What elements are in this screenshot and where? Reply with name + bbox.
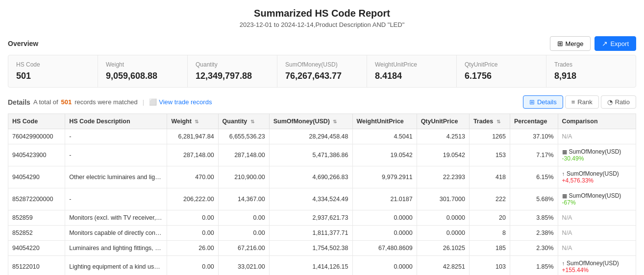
cell-description: -	[65, 144, 167, 166]
tab-buttons: ⊞ Details≡ Rank◔ Ratio	[523, 95, 636, 109]
comparison-label: ▦ SumOfMoney(USD)	[562, 192, 632, 199]
comparison-icon: ↑	[562, 171, 565, 177]
summary-card-0: HS Code501	[8, 55, 98, 87]
cell-qty-unit: 42.8251	[417, 256, 469, 275]
card-label-6: Trades	[554, 61, 628, 68]
view-trade-records-link[interactable]: ⬜ View trade records	[149, 98, 212, 106]
cell-trades: 20	[469, 210, 510, 226]
cell-comparison: ▦ SumOfMoney(USD) -30.49%	[558, 144, 636, 166]
col-quantity[interactable]: Quantity ⇅	[218, 114, 269, 129]
view-link-text: View trade records	[159, 98, 212, 106]
cell-qty-unit: 0.0000	[417, 226, 469, 241]
summary-card-6: Trades8,918	[546, 55, 636, 87]
tab-icon-2: ◔	[607, 98, 613, 106]
cell-weight: 206,222.00	[167, 188, 218, 210]
cell-weight-unit: 0.0000	[352, 210, 417, 226]
quantity-sort-icon: ⇅	[250, 119, 254, 124]
weight-sort-icon: ⇅	[195, 119, 198, 124]
table-header: HS Code HS Code Description Weight ⇅ Qua…	[8, 114, 636, 129]
cell-description: Monitors capable of directly connecti...	[65, 226, 167, 241]
tab-icon-0: ⊞	[529, 98, 535, 106]
table-row: 852859 Monitors (excl. with TV receiver,…	[8, 210, 636, 226]
cell-percentage: 37.10%	[510, 129, 558, 144]
cell-sum-money: 1,754,502.38	[269, 241, 352, 256]
card-label-5: QtyUnitPrice	[465, 61, 538, 68]
cell-sum-money: 2,937,621.73	[269, 210, 352, 226]
cell-comparison: N/A	[558, 241, 636, 256]
comparison-cell: ↑ SumOfMoney(USD) +4,576.33%	[562, 170, 632, 184]
details-bar: Details A total of 501 records were matc…	[8, 95, 636, 109]
summary-card-2: Quantity12,349,797.88	[188, 55, 277, 87]
cell-comparison: ↑ SumOfMoney(USD) +155.44%	[558, 256, 636, 275]
cell-percentage: 2.38%	[510, 226, 558, 241]
sum-sort-icon: ⇅	[333, 119, 337, 124]
export-button[interactable]: ↗ Export	[594, 36, 636, 51]
comparison-icon: ↑	[562, 260, 565, 266]
cell-weight: 470.00	[167, 166, 218, 188]
comparison-value: +4,576.33%	[562, 177, 632, 184]
cell-weight: 0.00	[167, 256, 218, 275]
card-label-0: HS Code	[16, 61, 90, 68]
cell-hs-code: 852852	[8, 226, 65, 241]
cell-quantity: 287,148.00	[218, 144, 269, 166]
cell-percentage: 7.17%	[510, 144, 558, 166]
comparison-value: -30.49%	[562, 155, 632, 162]
col-sum-money[interactable]: SumOfMoney(USD) ⇅	[269, 114, 352, 129]
cell-trades: 185	[469, 241, 510, 256]
cell-trades: 103	[469, 256, 510, 275]
table-row: 760429900000 - 6,281,947.84 6,655,536.23…	[8, 129, 636, 144]
page: Summarized HS Code Report 2023-12-01 to …	[0, 0, 644, 275]
comparison-value: +155.44%	[562, 267, 632, 274]
cell-percentage: 2.30%	[510, 241, 558, 256]
cell-comparison: ↑ SumOfMoney(USD) +4,576.33%	[558, 166, 636, 188]
cell-description: Other electric luminaires and lighting .…	[65, 166, 167, 188]
cell-qty-unit: 0.0000	[417, 210, 469, 226]
summary-cards: HS Code501Weight9,059,608.88Quantity12,3…	[8, 55, 636, 88]
cell-weight: 287,148.00	[167, 144, 218, 166]
cell-hs-code: 760429900000	[8, 129, 65, 144]
cell-percentage: 5.68%	[510, 188, 558, 210]
summary-card-3: SumOfMoney(USD)76,267,643.77	[277, 55, 367, 87]
cell-comparison: ▦ SumOfMoney(USD) -67%	[558, 188, 636, 210]
cell-weight: 0.00	[167, 226, 218, 241]
col-comparison: Comparison	[558, 114, 636, 129]
card-label-2: Quantity	[196, 61, 269, 68]
cell-description: -	[65, 129, 167, 144]
cell-weight-unit: 0.0000	[352, 256, 417, 275]
cell-sum-money: 5,471,386.86	[269, 144, 352, 166]
trades-sort-icon: ⇅	[496, 119, 500, 124]
comparison-na: N/A	[562, 214, 572, 221]
comparison-label: ▦ SumOfMoney(USD)	[562, 148, 632, 155]
cell-hs-code: 852859	[8, 210, 65, 226]
cell-percentage: 6.15%	[510, 166, 558, 188]
cell-sum-money: 4,334,524.49	[269, 188, 352, 210]
col-weight[interactable]: Weight ⇅	[167, 114, 218, 129]
cell-comparison: N/A	[558, 210, 636, 226]
details-label: Details	[8, 98, 30, 106]
export-label: Export	[610, 40, 629, 47]
cell-hs-code: 85122010	[8, 256, 65, 275]
cell-weight-unit: 4.5041	[352, 129, 417, 144]
cell-comparison: N/A	[558, 129, 636, 144]
card-value-1: 9,059,608.88	[106, 71, 179, 81]
cell-description: Monitors (excl. with TV receiver, CRT ..…	[65, 210, 167, 226]
cell-quantity: 210,900.00	[218, 166, 269, 188]
tab-details[interactable]: ⊞ Details	[523, 95, 563, 109]
comparison-icon: ▦	[562, 149, 567, 155]
summary-card-4: WeightUnitPrice8.4184	[367, 55, 457, 87]
cell-quantity: 0.00	[218, 210, 269, 226]
tab-label-1: Rank	[577, 98, 592, 106]
table-row: 94054290 Other electric luminaires and l…	[8, 166, 636, 188]
tab-rank[interactable]: ≡ Rank	[565, 95, 599, 109]
overview-label: Overview	[8, 40, 38, 47]
merge-button[interactable]: ⊞ Merge	[550, 36, 591, 51]
cell-qty-unit: 4.2513	[417, 129, 469, 144]
cell-weight: 0.00	[167, 210, 218, 226]
cell-qty-unit: 22.2393	[417, 166, 469, 188]
tab-ratio[interactable]: ◔ Ratio	[601, 95, 636, 109]
cell-sum-money: 28,294,458.48	[269, 129, 352, 144]
card-value-5: 6.1756	[465, 71, 538, 81]
overview-bar: Overview ⊞ Merge ↗ Export	[8, 36, 636, 51]
overview-actions: ⊞ Merge ↗ Export	[550, 36, 636, 51]
col-trades[interactable]: Trades ⇅	[469, 114, 510, 129]
